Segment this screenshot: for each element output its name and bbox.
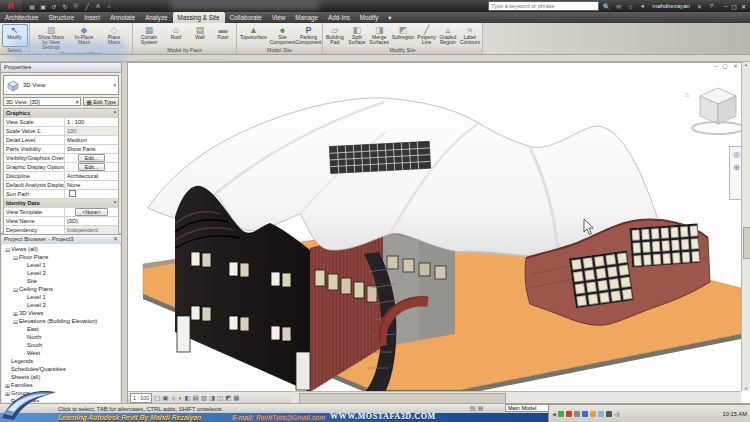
model-door-right[interactable]: [296, 352, 310, 390]
communication-center-icon[interactable]: ✉: [614, 3, 623, 10]
view-template-button[interactable]: <None>: [75, 208, 108, 216]
lock-view-icon[interactable]: ◨: [209, 394, 215, 402]
vertical-scroll-thumb[interactable]: [743, 227, 750, 259]
model-curtain-grid-left[interactable]: [569, 250, 633, 308]
tab-architecture[interactable]: Architecture: [0, 12, 44, 23]
site-component-button[interactable]: ♠ SiteComponent: [270, 24, 295, 47]
tree-item-level1[interactable]: Level 1: [4, 261, 120, 269]
tree-item-ceiling-level1[interactable]: Level 1: [4, 293, 120, 301]
view-scale-control[interactable]: 1 : 100: [130, 393, 152, 403]
favorites-icon[interactable]: ☆: [626, 3, 635, 10]
tree-item-east[interactable]: East: [4, 325, 120, 333]
curtain-system-button[interactable]: ▦ CurtainSystem: [135, 24, 163, 47]
shadows-icon[interactable]: ◐: [178, 394, 182, 401]
steering-wheel-icon[interactable]: ◎: [733, 150, 740, 159]
search-input[interactable]: [488, 1, 599, 11]
section-identity-data[interactable]: Identity Data*: [4, 199, 118, 208]
tree-item-schedules[interactable]: Schedules/Quantities: [4, 365, 120, 373]
instance-selector[interactable]: 3D View: {3D}▾: [3, 97, 81, 106]
properties-header[interactable]: Properties: [1, 63, 121, 73]
3dview-icon[interactable]: ⌂: [105, 3, 113, 10]
tree-item-sheets[interactable]: Sheets (all): [4, 373, 120, 381]
tray-icon-orange[interactable]: [590, 411, 596, 417]
prop-row-view-name[interactable]: View Name {3D}: [4, 217, 118, 226]
panel-label-model-site[interactable]: Model Site: [237, 47, 322, 54]
prop-row-analysis-display[interactable]: Default Analysis Display S... None: [4, 181, 118, 190]
search-icon[interactable]: 🔍: [602, 3, 611, 10]
tray-icon-green[interactable]: [558, 411, 564, 417]
tray-icon-dark[interactable]: [606, 411, 612, 417]
type-selector[interactable]: 3D View ▾: [3, 75, 119, 95]
tree-item-ceiling-plans[interactable]: ⊟Ceiling Plans: [4, 285, 120, 293]
edit-gdo-button[interactable]: Edit...: [78, 163, 106, 171]
vertical-scrollbar[interactable]: ▲▼: [741, 62, 750, 391]
merge-surfaces-button[interactable]: ◨ MergeSurfaces: [368, 24, 390, 47]
ribbon-state-toggle-icon[interactable]: ▾: [383, 12, 396, 23]
signed-in-user[interactable]: mahdirezayan: [652, 3, 690, 9]
graded-region-button[interactable]: ▵ GradedRegion: [438, 24, 458, 47]
help-icon[interactable]: ?: [707, 3, 716, 9]
wall-button[interactable]: ▤ Wall: [189, 24, 211, 47]
tree-item-elevations[interactable]: ⊟Elevations (Building Elevation): [4, 317, 120, 325]
measure-icon[interactable]: ╱: [83, 3, 91, 10]
prop-row-sun-path[interactable]: Sun Path: [4, 190, 118, 199]
restore-button[interactable]: ▢: [731, 3, 737, 10]
open-icon[interactable]: ▤: [28, 3, 36, 10]
model-roof-skylight-grid[interactable]: [329, 141, 430, 173]
parking-component-button[interactable]: P ParkingComponent: [296, 24, 321, 47]
tray-icon-gray[interactable]: [574, 411, 580, 417]
undo-icon[interactable]: ↺: [50, 3, 58, 10]
reveal-hidden-icon[interactable]: ◩: [225, 394, 231, 402]
view-cube[interactable]: ⌂: [684, 84, 748, 138]
prop-row-detail-level[interactable]: Detail Level Medium: [4, 136, 118, 145]
editable-icon[interactable]: ▤: [478, 404, 484, 411]
redo-icon[interactable]: ↻: [61, 3, 69, 10]
3d-view-canvas[interactable]: [128, 62, 741, 392]
view-window-controls[interactable]: – ▢ ✕: [714, 63, 740, 69]
rendering-icon[interactable]: ◧: [184, 394, 190, 402]
tree-item-south[interactable]: South: [4, 341, 120, 349]
tray-icon-red[interactable]: [566, 411, 572, 417]
edit-type-button[interactable]: ▦ Edit Type: [83, 97, 119, 106]
tab-view[interactable]: View: [267, 12, 291, 23]
section-graphics[interactable]: Graphics*: [4, 109, 118, 118]
tab-massing-site[interactable]: Massing & Site: [173, 12, 225, 23]
save-icon[interactable]: ▣: [39, 3, 47, 10]
prop-row-discipline[interactable]: Discipline Architectural: [4, 172, 118, 181]
show-hidden-icons[interactable]: ◀: [552, 411, 556, 417]
label-contours-button[interactable]: ≈ LabelContours: [459, 24, 481, 47]
tray-icon-blue[interactable]: [582, 411, 588, 417]
temporary-hide-icon[interactable]: ◫: [217, 394, 223, 402]
type-dropdown-icon[interactable]: ▾: [113, 82, 116, 88]
panel-label-model-by-face[interactable]: Model by Face: [133, 47, 236, 54]
show-crop-icon[interactable]: ▥: [201, 394, 207, 402]
detail-level-icon[interactable]: ▢: [154, 394, 160, 402]
horizontal-scrollbar[interactable]: [291, 391, 741, 403]
roof-button[interactable]: ⌂ Roof: [164, 24, 188, 47]
print-icon[interactable]: ⎘: [72, 3, 80, 10]
volume-icon[interactable]: ◁): [614, 411, 620, 417]
floor-button[interactable]: ▬ Floor: [212, 24, 234, 47]
tree-item-legends[interactable]: Legends: [4, 357, 120, 365]
selector-dropdown-icon[interactable]: ▾: [76, 98, 79, 105]
tree-item-west[interactable]: West: [4, 349, 120, 357]
crop-view-icon[interactable]: ▤: [193, 394, 199, 402]
toposurface-button[interactable]: ▲ Toposurface: [238, 24, 269, 47]
edit-vg-button[interactable]: Edit...: [78, 154, 106, 162]
application-menu-button[interactable]: R: [0, 0, 22, 12]
prop-row-vg-overrides[interactable]: Visibility/Graphics Overr... Edit...: [4, 154, 118, 163]
tab-insert[interactable]: Insert: [79, 12, 105, 23]
prop-row-graphic-display[interactable]: Graphic Display Options Edit...: [4, 163, 118, 172]
tree-item-3d-views[interactable]: ⊞3D Views: [4, 309, 120, 317]
home-icon[interactable]: ⌂: [685, 91, 689, 98]
panel-label-modify-site[interactable]: Modify Site: [323, 47, 482, 54]
tab-analyze[interactable]: Analyze: [140, 12, 172, 23]
close-browser-icon[interactable]: ✕: [113, 235, 118, 244]
tree-item-floor-plans[interactable]: ⊟Floor Plans: [4, 253, 120, 261]
worksets-icon[interactable]: ▥: [470, 404, 476, 411]
sun-path-checkbox[interactable]: [69, 190, 76, 197]
subregion-button[interactable]: ◩ Subregion: [391, 24, 415, 47]
zoom-icon[interactable]: ⊕: [733, 163, 740, 172]
tab-addins[interactable]: Add-Ins: [323, 12, 355, 23]
prop-row-view-scale[interactable]: View Scale 1 : 100: [4, 118, 118, 127]
